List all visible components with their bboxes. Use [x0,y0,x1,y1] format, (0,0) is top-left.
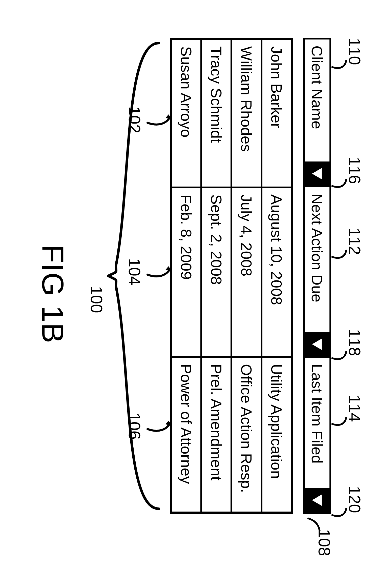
svg-marker-2 [312,495,322,506]
sort-button-next-action-due[interactable] [305,332,329,356]
figure-1b: 110 116 112 118 114 120 108 [0,0,374,588]
cell-next-action-due: Feb. 8, 2009 [172,187,200,356]
header-client-name[interactable]: Client Name [303,38,331,187]
sort-button-last-item-filed[interactable] [305,488,329,512]
cell-client-name: Tracy Schmidt [202,40,231,187]
svg-marker-0 [312,168,322,179]
table-header-row: Client Name Next Action Due Last Item Fi… [303,38,331,514]
cell-last-item-filed: Prel. Amendment [202,356,231,512]
cell-client-name: Susan Arroyo [172,40,200,187]
cell-next-action-due: August 10, 2008 [262,187,291,356]
header-last-item-filed-label: Last Item Filed [308,364,326,464]
ref-112: 112 [345,228,364,255]
triangle-down-icon [310,493,324,507]
table-row: William Rhodes July 4, 2008 Office Actio… [232,40,262,512]
triangle-down-icon [310,167,324,181]
cell-client-name: John Barker [262,40,291,187]
table-row: John Barker August 10, 2008 Utility Appl… [262,40,291,512]
header-next-action-due-label: Next Action Due [308,193,326,302]
ref-114: 114 [345,395,364,422]
figure-label: FIG 1B [35,0,70,588]
svg-marker-1 [312,339,322,350]
ref-120: 120 [345,486,364,513]
cell-next-action-due: Sept. 2, 2008 [202,187,231,356]
cell-next-action-due: July 4, 2008 [232,187,261,356]
ref-116: 116 [345,157,364,184]
data-table: John Barker August 10, 2008 Utility Appl… [170,38,293,514]
ref-118: 118 [345,329,364,356]
ref-110: 110 [345,38,364,65]
header-last-item-filed[interactable]: Last Item Filed [303,356,331,514]
cell-last-item-filed: Utility Application [262,356,291,512]
ref-100: 100 [87,286,106,313]
header-client-name-label: Client Name [308,46,326,129]
triangle-down-icon [310,337,324,351]
table-row: Tracy Schmidt Sept. 2, 2008 Prel. Amendm… [202,40,232,512]
table-row: Susan Arroyo Feb. 8, 2009 Power of Attor… [172,40,202,512]
ref-108: 108 [315,529,334,556]
header-next-action-due[interactable]: Next Action Due [303,186,331,358]
cell-last-item-filed: Power of Attorney [172,356,200,512]
sort-button-client-name[interactable] [305,161,329,186]
cell-client-name: William Rhodes [232,40,261,187]
curly-brace [103,38,169,514]
cell-last-item-filed: Office Action Resp. [232,356,261,512]
